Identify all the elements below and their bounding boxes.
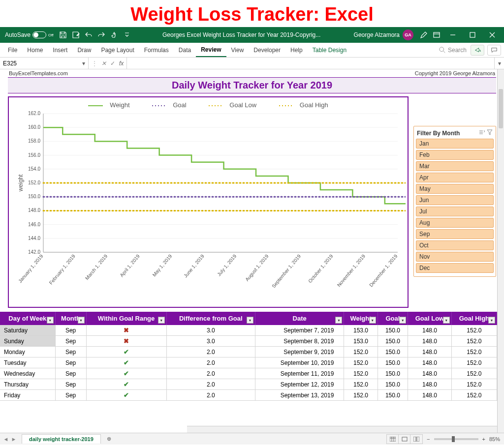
table-row[interactable]: SaturdaySep✖3.0September 7, 2019153.0150… [0,325,497,336]
tab-formulas[interactable]: Formulas [139,43,174,57]
zoom-level[interactable]: 85% [489,436,500,442]
slicer-item-sep[interactable]: Sep [416,229,494,239]
table-row[interactable]: TuesdaySep✔2.0September 10, 2019152.0150… [0,357,497,368]
maximize-button[interactable] [463,27,482,43]
tab-view[interactable]: View [226,43,249,57]
tab-page-layout[interactable]: Page Layout [96,43,139,57]
column-header[interactable]: Goal High▼ [451,312,497,325]
filter-dropdown-icon[interactable]: ▼ [47,317,54,324]
comments-button[interactable] [487,45,501,56]
slicer-item-oct[interactable]: Oct [416,240,494,250]
filter-dropdown-icon[interactable]: ▼ [488,317,495,324]
filter-dropdown-icon[interactable]: ▼ [399,317,406,324]
touch-icon[interactable] [108,29,120,41]
slicer-item-feb[interactable]: Feb [416,150,494,160]
table-row[interactable]: WednesdaySep✔2.0September 11, 2019152.01… [0,368,497,379]
column-header[interactable]: Goal▼ [378,312,408,325]
slicer-item-jul[interactable]: Jul [416,207,494,216]
formula-bar-expand-icon[interactable]: ▾ [494,58,504,69]
slicer-item-apr[interactable]: Apr [416,173,494,182]
share-button[interactable] [471,45,484,56]
column-header[interactable]: Date▼ [255,312,344,325]
svg-text:July 1, 2019: July 1, 2019 [216,253,237,277]
slicer-multiselect-icon[interactable] [479,129,485,137]
filter-dropdown-icon[interactable]: ▼ [78,317,85,324]
tab-file[interactable]: File [3,43,22,57]
zoom-slider[interactable] [434,438,478,440]
autosave-toggle[interactable]: AutoSave Off [2,31,57,38]
filter-dropdown-icon[interactable]: ▼ [335,317,342,324]
slicer-item-aug[interactable]: Aug [416,218,494,228]
page-break-view-icon[interactable] [410,435,422,444]
save-edit-icon[interactable] [70,29,82,41]
slicer-clear-icon[interactable] [487,129,493,137]
name-box-dropdown-icon[interactable]: ▾ [82,60,85,67]
column-header[interactable]: Goal Low▼ [408,312,451,325]
svg-text:156.0: 156.0 [28,152,40,158]
close-button[interactable] [482,27,502,43]
zoom-out-button[interactable]: − [427,436,430,442]
slicer-item-dec[interactable]: Dec [416,263,494,273]
sheet-nav-next-icon[interactable]: ► [11,436,17,442]
column-header[interactable]: Weight▼ [344,312,378,325]
table-row[interactable]: FridaySep✔2.0September 13, 2019152.0150.… [0,390,497,401]
autosave-state: Off [48,33,54,37]
filter-dropdown-icon[interactable]: ▼ [247,317,253,324]
slicer-item-may[interactable]: May [416,184,494,194]
user-name: George Alzamora [354,31,400,38]
ribbon-display-icon[interactable] [431,29,442,41]
sheet-nav-prev-icon[interactable]: ◄ [3,436,9,442]
name-box[interactable]: ▾ [0,58,89,69]
filter-dropdown-icon[interactable]: ▼ [369,317,376,324]
tab-table-design[interactable]: Table Design [308,43,351,57]
tell-me-search[interactable]: Search [439,47,467,54]
view-mode-buttons[interactable] [386,434,423,444]
document-title: Georges Excel Weight Loss Tracker for Ye… [133,31,350,38]
filter-dropdown-icon[interactable]: ▼ [158,317,165,324]
draw-mode-icon[interactable] [418,29,430,41]
tab-insert[interactable]: Insert [48,43,72,57]
cell-reference-input[interactable] [3,60,82,67]
user-account[interactable]: George Alzamora GA [350,30,417,40]
tab-review[interactable]: Review [196,43,226,57]
page-layout-view-icon[interactable] [399,435,410,444]
filter-dropdown-icon[interactable]: ▼ [443,317,450,324]
normal-view-icon[interactable] [387,435,399,444]
check-icon: ✔ [124,391,129,399]
formula-input-area[interactable] [127,58,494,69]
vertical-scrollbar[interactable] [497,69,504,433]
formula-expand-icon[interactable]: ⋮ [92,60,97,67]
qat-dropdown-icon[interactable] [121,29,133,41]
column-header[interactable]: Within Goal Range▼ [86,312,166,325]
slicer-item-jun[interactable]: Jun [416,195,494,205]
tab-help[interactable]: Help [285,43,308,57]
tab-data[interactable]: Data [174,43,196,57]
slicer-item-nov[interactable]: Nov [416,252,494,262]
slicer-item-jan[interactable]: Jan [416,139,494,149]
column-header[interactable]: Month▼ [55,312,86,325]
minimize-button[interactable] [443,27,463,43]
save-icon[interactable] [57,29,69,41]
table-row[interactable]: ThursdaySep✔2.0September 12, 2019152.015… [0,379,497,390]
worksheet-header-strip: BuyExcelTemplates.com Copyright 2019 Geo… [0,69,504,76]
add-sheet-button[interactable]: ⊕ [104,435,115,444]
sheet-tab-bar: ◄ ► daily weight tracker-2019 ⊕ − + 85% [0,433,504,445]
slicer-item-mar[interactable]: Mar [416,161,494,171]
tab-draw[interactable]: Draw [72,43,96,57]
formula-enter-icon[interactable]: ✓ [110,60,115,67]
fx-icon[interactable]: fx [119,60,124,67]
formula-cancel-icon[interactable]: ✕ [101,60,106,67]
column-header[interactable]: Day of Week▼ [0,312,55,325]
undo-icon[interactable] [83,29,94,41]
zoom-in-button[interactable]: + [482,436,485,442]
chart-container[interactable]: Weight Goal Goal Low Goal High 142.0144.… [8,96,409,308]
formula-input[interactable] [130,60,491,67]
horizontal-scrollbar[interactable] [187,426,497,433]
redo-icon[interactable] [95,29,107,41]
table-row[interactable]: SundaySep✖3.0September 8, 2019153.0150.0… [0,336,497,347]
column-header[interactable]: Difference from Goal▼ [166,312,255,325]
tab-developer[interactable]: Developer [249,43,285,57]
tab-home[interactable]: Home [22,43,48,57]
sheet-tab-active[interactable]: daily weight tracker-2019 [22,434,101,444]
table-row[interactable]: MondaySep✔2.0September 9, 2019152.0150.0… [0,347,497,357]
